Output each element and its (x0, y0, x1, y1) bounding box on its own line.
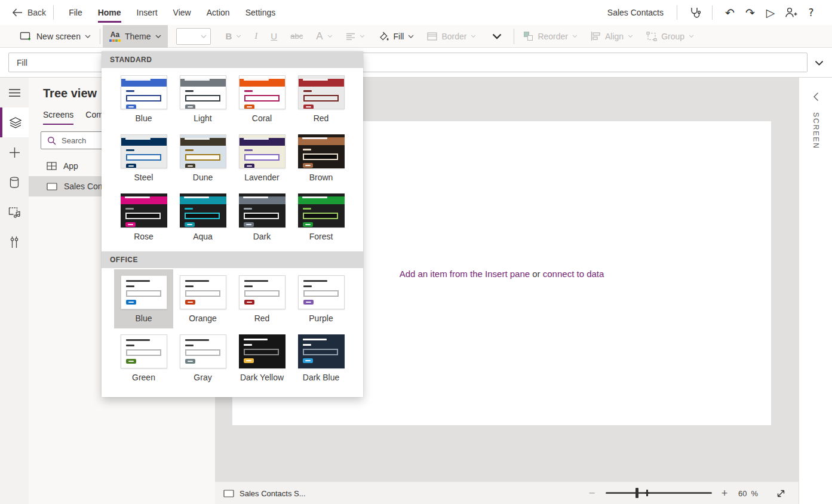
undo-button[interactable]: ↶ (720, 2, 740, 23)
theme-grid-standard: BlueLightCoralRedSteelDuneLavenderBrownR… (102, 68, 363, 251)
tab-screens[interactable]: Screens (43, 110, 73, 125)
theme-option-office-gray[interactable]: Gray (173, 328, 232, 388)
rail-tree-view-button[interactable] (0, 107, 29, 137)
chevron-left-icon (813, 92, 819, 102)
rail-insert-button[interactable] (0, 137, 29, 167)
theme-section-header-standard: STANDARD (102, 51, 363, 68)
theme-option-standard-aqua[interactable]: Aqua (173, 188, 232, 247)
menu-item-action[interactable]: Action (207, 0, 230, 25)
theme-icon: Aa (109, 31, 121, 42)
chevron-down-icon (85, 35, 91, 38)
theme-button[interactable]: Aa Theme (103, 25, 168, 48)
divider (53, 5, 54, 20)
theme-option-standard-steel[interactable]: Steel (114, 128, 173, 188)
redo-button[interactable]: ↷ (740, 2, 760, 23)
selected-control-label: SCREEN (812, 112, 820, 149)
theme-option-standard-dark[interactable]: Dark (232, 188, 291, 247)
zoom-in-button[interactable]: + (717, 485, 732, 501)
app-title: Sales Contacts (607, 8, 664, 17)
strikethrough-button[interactable]: abc (284, 25, 309, 48)
theme-option-standard-dune[interactable]: Dune (173, 128, 232, 188)
current-screen-indicator[interactable]: Sales Contacts S... (223, 482, 306, 504)
layers-icon (10, 117, 22, 128)
theme-option-standard-brown[interactable]: Brown (291, 128, 351, 188)
theme-label: Aqua (193, 232, 213, 241)
divider (712, 5, 713, 20)
text-align-button[interactable] (339, 25, 372, 48)
theme-option-standard-lavender[interactable]: Lavender (232, 128, 291, 188)
chevron-down-icon (492, 33, 502, 39)
theme-label: Red (254, 314, 270, 323)
theme-option-office-green[interactable]: Green (114, 328, 173, 388)
media-icon (8, 207, 20, 218)
connect-to-data-link[interactable]: connect to data (543, 269, 604, 279)
theme-label: Dark Blue (303, 373, 339, 382)
fill-label: Fill (394, 32, 404, 41)
hint-connector: or (530, 269, 543, 279)
menu-item-insert[interactable]: Insert (137, 0, 158, 25)
app-checker-button[interactable] (684, 2, 705, 23)
theme-option-standard-light[interactable]: Light (173, 69, 232, 128)
expand-panel-button[interactable] (809, 90, 823, 104)
align-button[interactable]: Align (584, 25, 640, 48)
zoom-level: 60 % (738, 482, 758, 504)
theme-option-office-orange[interactable]: Orange (173, 269, 232, 328)
theme-option-standard-rose[interactable]: Rose (114, 188, 173, 247)
theme-option-standard-coral[interactable]: Coral (232, 69, 291, 128)
app-icon (47, 162, 57, 170)
align-icon (591, 32, 601, 41)
font-size-dropdown[interactable] (176, 28, 211, 45)
theme-option-office-purple[interactable]: Purple (291, 269, 351, 328)
fill-button[interactable]: Fill (372, 25, 421, 48)
menu-item-home[interactable]: Home (98, 0, 121, 25)
rail-advanced-tools-button[interactable] (0, 227, 29, 257)
theme-thumbnail (239, 193, 285, 228)
help-button[interactable]: ? (801, 2, 821, 23)
fit-to-window-button[interactable] (773, 485, 788, 501)
group-button[interactable]: Group (640, 25, 701, 48)
preview-button[interactable]: ▷ (760, 2, 781, 23)
reorder-button[interactable]: Reorder (517, 25, 584, 48)
insert-pane-link[interactable]: Add an item from the Insert pane (400, 269, 530, 279)
rail-menu-button[interactable] (0, 78, 29, 107)
theme-sections: STANDARDBlueLightCoralRedSteelDuneLavend… (102, 51, 363, 392)
more-formatting-button[interactable] (483, 25, 511, 48)
theme-option-office-blue[interactable]: Blue (114, 269, 173, 328)
menu-bar: Back File Home Insert View Action Settin… (0, 0, 832, 25)
chevron-down-icon (327, 35, 333, 38)
theme-option-standard-blue[interactable]: Blue (114, 69, 173, 128)
zoom-out-button[interactable]: − (584, 485, 600, 501)
theme-option-standard-red[interactable]: Red (291, 69, 351, 128)
menu-item-settings[interactable]: Settings (245, 0, 276, 25)
share-button[interactable] (781, 2, 801, 23)
formula-bar-expand-button[interactable] (812, 57, 826, 69)
theme-thumbnail (239, 334, 285, 368)
back-button[interactable]: Back (12, 8, 46, 17)
underline-button[interactable]: U (264, 25, 284, 48)
theme-thumbnail (180, 75, 226, 109)
bold-button[interactable]: B (219, 25, 248, 48)
border-button[interactable]: Border (420, 25, 483, 48)
zoom-slider[interactable] (606, 492, 712, 494)
current-screen-name: Sales Contacts S... (240, 489, 306, 498)
chevron-down-icon (408, 35, 414, 38)
theme-option-office-dark-yellow[interactable]: Dark Yellow (232, 328, 291, 388)
theme-thumbnail (180, 134, 226, 168)
rail-data-button[interactable] (0, 167, 29, 197)
align-label: Align (605, 32, 624, 41)
new-screen-button[interactable]: New screen (13, 25, 97, 48)
italic-button[interactable]: I (248, 25, 264, 48)
theme-label: Purple (309, 314, 333, 323)
property-selector-value[interactable]: Fill (17, 58, 27, 67)
menu-item-file[interactable]: File (69, 0, 82, 25)
italic-icon: I (254, 31, 257, 41)
rail-media-button[interactable] (0, 197, 29, 227)
theme-option-standard-forest[interactable]: Forest (291, 188, 351, 247)
theme-option-office-dark-blue[interactable]: Dark Blue (291, 328, 351, 388)
zoom-slider-notch (646, 490, 648, 496)
theme-thumbnail (180, 193, 226, 228)
font-color-button[interactable]: A (309, 25, 339, 48)
theme-option-office-red[interactable]: Red (232, 269, 291, 328)
zoom-slider-handle[interactable] (635, 488, 638, 498)
menu-item-view[interactable]: View (173, 0, 191, 25)
